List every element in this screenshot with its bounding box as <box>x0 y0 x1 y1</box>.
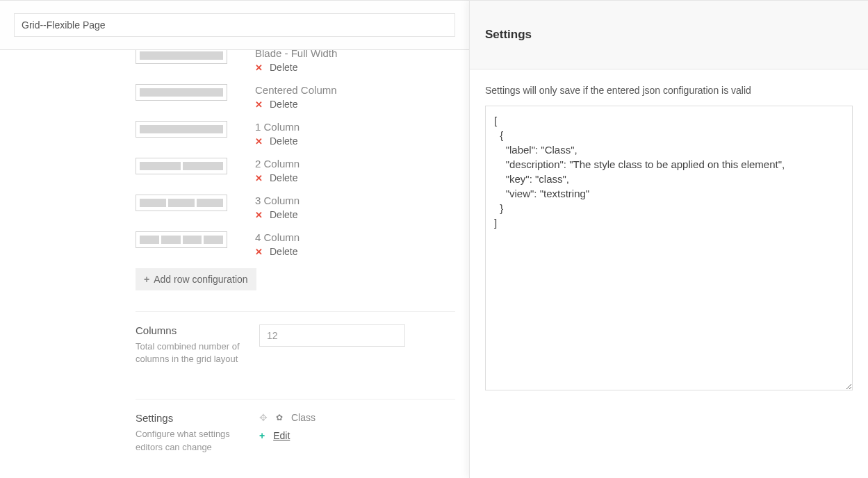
settings-panel: Settings Settings will only save if the … <box>469 0 868 478</box>
settings-panel-title: Settings <box>485 28 532 42</box>
close-icon: ✕ <box>255 63 263 72</box>
columns-title: Columns <box>136 324 259 336</box>
row-thumb <box>136 121 227 138</box>
close-icon: ✕ <box>255 247 263 256</box>
row-label: Centered Column <box>255 84 455 96</box>
row-config[interactable]: 3 Column ✕ Delete <box>136 195 455 220</box>
row-label: 4 Column <box>255 231 455 243</box>
row-config[interactable]: 4 Column ✕ Delete <box>136 231 455 257</box>
close-icon: ✕ <box>255 211 263 220</box>
columns-section: Columns Total combined number of columns… <box>136 311 455 378</box>
gear-icon: ✿ <box>276 413 283 422</box>
settings-edit-link[interactable]: + Edit <box>259 430 455 441</box>
close-icon: ✕ <box>255 137 263 146</box>
row-thumb <box>136 84 227 101</box>
delete-row-button[interactable]: ✕ Delete <box>255 246 455 257</box>
settings-desc: Configure what settings editors can chan… <box>136 428 259 453</box>
columns-input[interactable] <box>259 324 405 347</box>
row-thumb <box>136 231 227 248</box>
delete-row-button[interactable]: ✕ Delete <box>255 135 455 147</box>
close-icon: ✕ <box>255 100 263 109</box>
layout-name-input[interactable] <box>14 13 455 37</box>
settings-hint: Settings will only save if the entered j… <box>485 85 853 96</box>
delete-row-button[interactable]: ✕ Delete <box>255 172 455 183</box>
columns-desc: Total combined number of columns in the … <box>136 340 259 365</box>
row-configurations: Blade - Full Width ✕ Delete Centered Col… <box>136 50 455 290</box>
delete-row-button[interactable]: ✕ Delete <box>255 99 455 110</box>
settings-item-class[interactable]: ✥ ✿ Class <box>259 412 455 423</box>
row-thumb <box>136 195 227 211</box>
delete-row-button[interactable]: ✕ Delete <box>255 62 455 73</box>
row-thumb <box>136 50 227 64</box>
settings-section: Settings Configure what settings editors… <box>136 399 455 459</box>
row-config[interactable]: Blade - Full Width ✕ Delete <box>136 50 455 73</box>
move-icon[interactable]: ✥ <box>259 412 268 423</box>
delete-row-button[interactable]: ✕ Delete <box>255 209 455 220</box>
plus-icon: + <box>259 430 265 441</box>
left-header <box>0 0 469 50</box>
row-label: 3 Column <box>255 195 455 206</box>
row-config[interactable]: Centered Column ✕ Delete <box>136 84 455 110</box>
settings-panel-header: Settings <box>470 0 868 69</box>
left-pane: Blade - Full Width ✕ Delete Centered Col… <box>0 0 469 478</box>
row-label: 1 Column <box>255 121 455 133</box>
row-config[interactable]: 1 Column ✕ Delete <box>136 121 455 147</box>
add-row-configuration-button[interactable]: + Add row configuration <box>136 268 256 290</box>
row-config[interactable]: 2 Column ✕ Delete <box>136 158 455 183</box>
row-thumb <box>136 158 227 174</box>
json-config-textarea[interactable] <box>485 106 853 390</box>
plus-icon: + <box>144 274 149 285</box>
row-label: 2 Column <box>255 158 455 170</box>
left-body: Blade - Full Width ✕ Delete Centered Col… <box>0 50 469 459</box>
close-icon: ✕ <box>255 174 263 183</box>
settings-title: Settings <box>136 412 259 424</box>
row-label: Blade - Full Width <box>255 50 455 59</box>
